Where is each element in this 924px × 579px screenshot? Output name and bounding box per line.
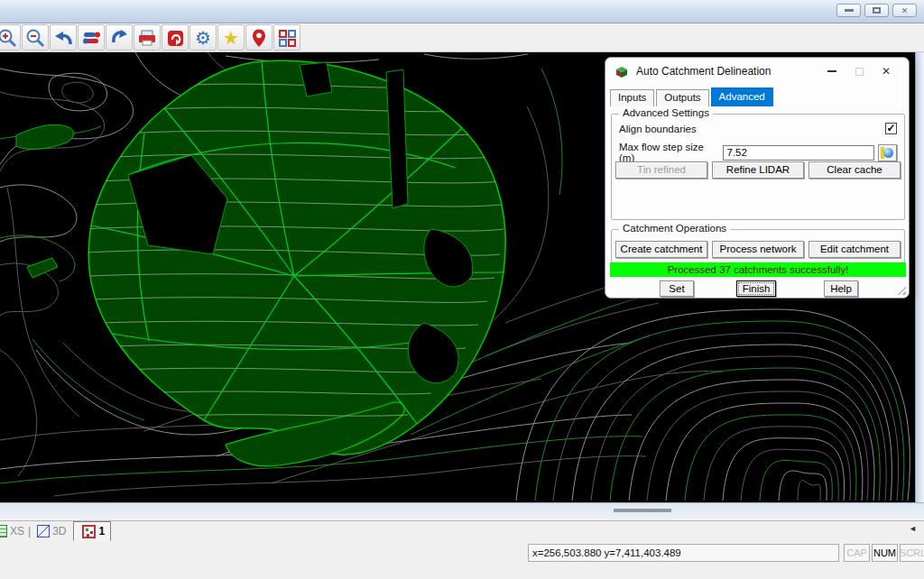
dialog-maximize-icon: [855, 68, 864, 76]
plan-view-icon: [82, 525, 96, 538]
profile-bars-button[interactable]: [78, 24, 105, 51]
redo-icon: [108, 27, 130, 49]
app-cube-icon: [614, 64, 629, 78]
tab-separator: |: [28, 525, 31, 538]
auto-catchment-delineation-dialog: Auto Catchment Delineation ✕ Inputs Outp…: [605, 57, 910, 299]
value-choice-button[interactable]: [878, 144, 897, 161]
catchment-operations-group: Catchment Operations Create catchment Pr…: [611, 229, 905, 265]
xs-view-icon: [0, 525, 7, 538]
main-titlebar: ✕: [0, 0, 924, 23]
replay-button[interactable]: [162, 24, 189, 51]
zoom-in-button[interactable]: [0, 24, 21, 51]
advanced-settings-group: Advanced Settings Align boundaries ✓ Max…: [611, 114, 905, 220]
tin-refined-button: Tin refined: [615, 161, 707, 179]
tab-plan-label: 1: [98, 525, 105, 538]
tab-plan-1[interactable]: 1: [73, 521, 111, 541]
tab-outputs[interactable]: Outputs: [656, 89, 708, 106]
set-button[interactable]: Set: [660, 280, 694, 297]
window-grid-icon: [276, 27, 298, 49]
threed-view-icon: [37, 525, 50, 538]
caps-lock-indicator: CAP: [844, 544, 870, 562]
clear-cache-button[interactable]: Clear cache: [808, 161, 901, 179]
align-boundaries-label: Align boundaries: [619, 124, 697, 134]
dialog-tab-bar: Inputs Outputs Advanced: [610, 87, 775, 106]
horizontal-scrollbar-thumb[interactable]: [614, 509, 671, 512]
dialog-title: Auto Catchment Delineation: [636, 65, 771, 78]
tab-advanced[interactable]: Advanced: [711, 87, 773, 106]
status-bar: x=256,503.880 y=7,411,403.489 CAP NUM SC…: [0, 541, 924, 565]
dialog-close-icon: ✕: [882, 65, 891, 78]
dialog-minimize-icon: [827, 70, 836, 72]
location-pin-icon: [248, 27, 270, 49]
scroll-lock-indicator: SCRL: [900, 544, 924, 562]
max-flow-step-input[interactable]: [723, 145, 874, 161]
undo-button[interactable]: [50, 24, 77, 51]
main-toolbar: ⚙ ★: [0, 23, 924, 52]
num-lock-indicator: NUM: [872, 544, 898, 562]
undo-icon: [52, 27, 74, 49]
align-boundaries-checkbox[interactable]: ✓: [885, 123, 897, 134]
window-grid-button[interactable]: [273, 24, 300, 51]
favorite-button[interactable]: ★: [217, 24, 245, 51]
close-button[interactable]: ✕: [892, 4, 917, 17]
zoom-in-icon: [0, 27, 18, 49]
window-right-edge: [915, 52, 924, 502]
settings-button[interactable]: ⚙: [189, 24, 217, 51]
placemark-button[interactable]: [245, 24, 273, 51]
zoom-out-icon: [24, 27, 46, 49]
process-network-button[interactable]: Process network: [712, 241, 804, 258]
dialog-maximize-button[interactable]: [845, 62, 873, 80]
finish-button[interactable]: Finish: [736, 280, 776, 297]
coordinate-readout: x=256,503.880 y=7,411,403.489: [528, 544, 839, 562]
gear-icon: ⚙: [195, 29, 211, 47]
tab-inputs[interactable]: Inputs: [610, 89, 654, 106]
view-tab-bar: XS | 3D 1: [0, 520, 924, 541]
maximize-button[interactable]: [864, 4, 889, 17]
dialog-close-button[interactable]: ✕: [873, 62, 900, 80]
advanced-settings-label: Advanced Settings: [619, 107, 713, 118]
create-catchment-button[interactable]: Create catchment: [615, 241, 707, 258]
choice-ball-icon: [883, 148, 893, 158]
catchment-operations-label: Catchment Operations: [619, 223, 730, 234]
tab-3d[interactable]: 3D: [52, 525, 66, 538]
dialog-titlebar: Auto Catchment Delineation ✕: [605, 58, 909, 85]
refine-lidar-button[interactable]: Refine LIDAR: [712, 161, 804, 179]
redo-button[interactable]: [106, 24, 133, 51]
print-button[interactable]: [134, 24, 161, 51]
star-icon: ★: [223, 29, 239, 47]
horizontal-scrollbar[interactable]: [0, 502, 924, 520]
minimize-button[interactable]: [836, 4, 861, 17]
tab-scroll-left-arrow[interactable]: ◄: [909, 524, 917, 533]
zoom-out-button[interactable]: [22, 24, 49, 51]
maximize-icon: [873, 7, 881, 14]
close-icon: ✕: [901, 6, 909, 15]
dialog-minimize-button[interactable]: [818, 62, 845, 80]
minimize-icon: [845, 9, 854, 12]
replay-icon: [164, 27, 186, 49]
dialog-footer: Set Finish Help: [605, 280, 909, 299]
edit-catchment-button[interactable]: Edit catchment: [808, 241, 901, 258]
print-icon: [136, 27, 158, 49]
tab-xs[interactable]: XS: [10, 525, 24, 538]
help-button[interactable]: Help: [824, 280, 858, 297]
profile-bars-icon: [80, 27, 102, 49]
status-message: Processed 37 catchments successfully!: [610, 262, 906, 277]
max-flow-step-label: Max flow step size (m): [619, 142, 716, 163]
